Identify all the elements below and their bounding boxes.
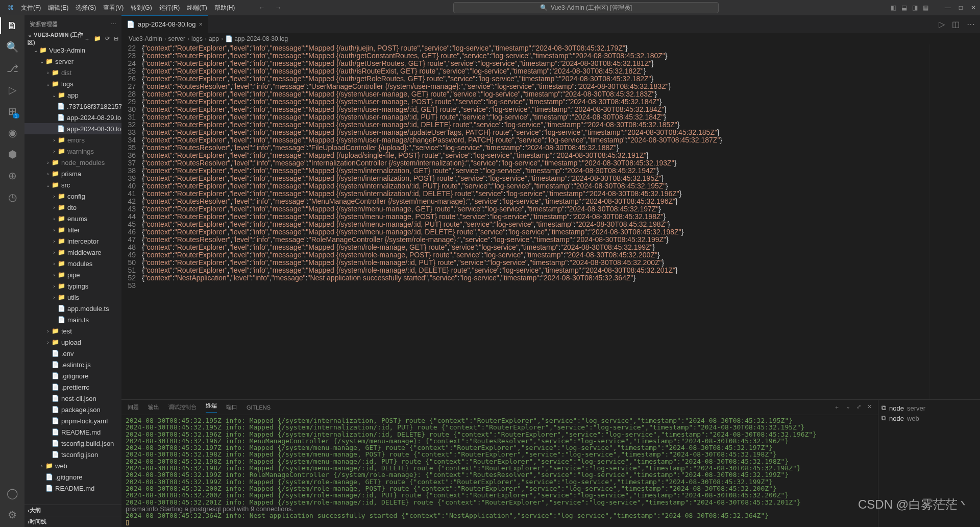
editor-content[interactable]: 2223242526272829303132333435363738394041…: [121, 44, 980, 399]
close-panel-icon[interactable]: ✕: [867, 403, 872, 411]
terminal-task[interactable]: ⧉node web: [881, 413, 977, 423]
panel-tab[interactable]: GITLENS: [247, 404, 271, 411]
menu-item[interactable]: 帮助(H): [211, 4, 239, 11]
chevron-icon[interactable]: ›: [51, 250, 57, 255]
tree-row[interactable]: 📄 .prettierrc: [24, 381, 121, 393]
chevron-icon[interactable]: ›: [51, 194, 57, 199]
tree-row[interactable]: 📄 app-2024-08-29.log: [24, 112, 121, 123]
outline-section[interactable]: › 大纲: [24, 505, 121, 516]
tree-row[interactable]: 📄 .eslintrc.js: [24, 359, 121, 370]
tree-row[interactable]: › 📁 middleware: [24, 247, 121, 258]
tab-close-icon[interactable]: ×: [199, 20, 203, 28]
panel-tab[interactable]: 问题: [128, 403, 139, 411]
tree-row[interactable]: › 📁 prisma: [24, 168, 121, 179]
search-activity-icon[interactable]: 🔍: [6, 41, 18, 53]
crumb[interactable]: 📄 app-2024-08-30.log: [225, 35, 288, 42]
tree-row[interactable]: › 📁 test: [24, 325, 121, 337]
new-file-icon[interactable]: ＋: [84, 35, 90, 43]
tree-row[interactable]: 📄 nest-cli.json: [24, 393, 121, 404]
tree-row[interactable]: ⌄ 📁 src: [24, 179, 121, 190]
panel-tab[interactable]: 输出: [148, 403, 159, 411]
database-activity-icon[interactable]: ◷: [6, 191, 18, 203]
run-debug-activity-icon[interactable]: ▷: [6, 84, 18, 96]
tree-row[interactable]: 📄 tsconfig.build.json: [24, 438, 121, 449]
layout-panel-icon[interactable]: ⬓: [901, 4, 907, 11]
tree-row[interactable]: › 📁 interceptor: [24, 235, 121, 247]
chevron-icon[interactable]: ›: [51, 216, 57, 222]
more-actions-icon[interactable]: ⋯: [967, 19, 975, 29]
menu-item[interactable]: 运行(R): [156, 4, 184, 11]
chevron-icon[interactable]: ›: [45, 340, 51, 345]
terminal-task[interactable]: ⧉node server: [881, 403, 977, 413]
panel-tab[interactable]: 端口: [226, 403, 237, 411]
chevron-icon[interactable]: ›: [51, 205, 57, 210]
terminal-output[interactable]: 2024-08-30T08:45:32.195Z info: Mapped {/…: [121, 415, 878, 527]
chevron-icon[interactable]: ›: [39, 463, 45, 469]
chevron-icon[interactable]: ›: [45, 328, 51, 334]
crumb[interactable]: Vue3-Admin: [129, 35, 162, 42]
run-icon[interactable]: ▷: [939, 19, 945, 29]
nav-back-icon[interactable]: ←: [259, 4, 265, 11]
chevron-icon[interactable]: ⌄: [39, 59, 45, 64]
crumb[interactable]: app: [209, 35, 219, 42]
tree-row[interactable]: 📄 main.ts: [24, 314, 121, 325]
collapse-icon[interactable]: ⊟: [114, 35, 118, 43]
tree-row[interactable]: 📄 .gitignore: [24, 370, 121, 381]
more-icon[interactable]: ⋯: [111, 21, 116, 28]
chevron-icon[interactable]: ⌄: [45, 182, 51, 188]
timeline-section[interactable]: › 时间线: [24, 516, 121, 527]
explorer-activity-icon[interactable]: 🗎: [6, 19, 18, 32]
tree-row[interactable]: 📄 app.module.ts: [24, 303, 121, 314]
layout-custom-icon[interactable]: ▦: [923, 4, 928, 11]
tab-app-log[interactable]: 📄 app-2024-08-30.log ×: [121, 15, 208, 33]
tree-row[interactable]: ⌄ 📁 logs: [24, 78, 121, 89]
tree-row[interactable]: ⌄ 📁 Vue3-Admin: [24, 44, 121, 56]
menu-item[interactable]: 文件(F): [17, 4, 44, 11]
accounts-activity-icon[interactable]: ◯: [6, 487, 18, 499]
chevron-icon[interactable]: ›: [45, 160, 51, 165]
tree-row[interactable]: 📄 pnpm-lock.yaml: [24, 415, 121, 426]
chevron-down-icon[interactable]: ⌄: [28, 32, 32, 38]
tree-row[interactable]: › 📁 node_modules: [24, 157, 121, 168]
terminal-dropdown-icon[interactable]: ⌄: [846, 403, 850, 411]
menu-item[interactable]: 转到(G): [127, 4, 155, 11]
tree-row[interactable]: › 📁 errors: [24, 134, 121, 146]
settings-activity-icon[interactable]: ⚙: [6, 509, 18, 521]
tree-row[interactable]: › 📁 pipe: [24, 269, 121, 280]
tree-row[interactable]: › 📁 dto: [24, 202, 121, 213]
panel-tab[interactable]: 调试控制台: [168, 403, 197, 411]
window-minimize-icon[interactable]: —: [945, 4, 951, 11]
tree-row[interactable]: › 📁 warnings: [24, 146, 121, 157]
tree-row[interactable]: ⌄ 📁 server: [24, 56, 121, 67]
tree-row[interactable]: 📄 .env: [24, 348, 121, 359]
chevron-icon[interactable]: ⌄: [33, 47, 39, 53]
new-folder-icon[interactable]: 📁: [94, 35, 101, 43]
code-text[interactable]: {"context":"RouterExplorer","level":"inf…: [142, 44, 929, 399]
chevron-icon[interactable]: ›: [45, 70, 51, 76]
menu-item[interactable]: 查看(V): [100, 4, 127, 11]
tree-row[interactable]: 📄 .gitignore: [24, 471, 121, 483]
command-center[interactable]: 🔍 Vue3-Admin (工作区) [管理员]: [453, 2, 719, 13]
layout-sidebar-left-icon[interactable]: ◧: [891, 4, 896, 11]
breadcrumb[interactable]: Vue3-Admin ›server ›logs ›app ›📄 app-202…: [121, 33, 980, 44]
tree-row[interactable]: › 📁 modules: [24, 258, 121, 269]
tree-row[interactable]: 📄 package.json: [24, 404, 121, 415]
chevron-icon[interactable]: ⌄: [45, 81, 51, 87]
gitlens-activity-icon[interactable]: ◉: [6, 127, 18, 139]
minimap[interactable]: [929, 44, 980, 399]
source-control-activity-icon[interactable]: ⎇: [6, 62, 18, 75]
chevron-icon[interactable]: ›: [51, 227, 57, 233]
tree-row[interactable]: › 📁 filter: [24, 224, 121, 235]
split-editor-icon[interactable]: ◫: [952, 19, 960, 29]
chevron-icon[interactable]: ›: [51, 283, 57, 289]
crumb[interactable]: server: [168, 35, 185, 42]
tree-row[interactable]: 📄 README.md: [24, 483, 121, 494]
window-maximize-icon[interactable]: □: [959, 4, 963, 11]
menu-item[interactable]: 选择(S): [72, 4, 100, 11]
layout-sidebar-right-icon[interactable]: ◨: [912, 4, 918, 11]
menu-item[interactable]: 编辑(E): [44, 4, 72, 11]
chevron-icon[interactable]: ›: [51, 295, 57, 300]
chevron-icon[interactable]: ›: [45, 171, 51, 177]
chevron-icon[interactable]: ›: [51, 238, 57, 244]
tree-row[interactable]: 📄 app-2024-08-30.log: [24, 123, 121, 134]
